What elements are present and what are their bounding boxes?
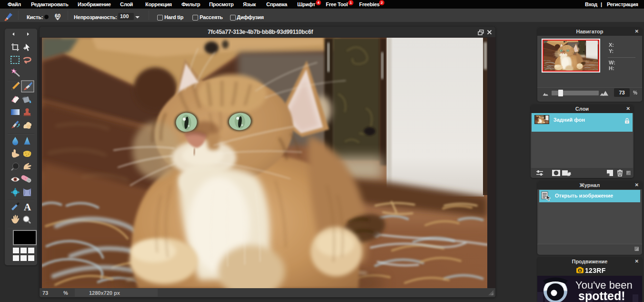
svg-text:spotted!: spotted! xyxy=(578,289,625,302)
svg-text:A: A xyxy=(24,201,31,213)
